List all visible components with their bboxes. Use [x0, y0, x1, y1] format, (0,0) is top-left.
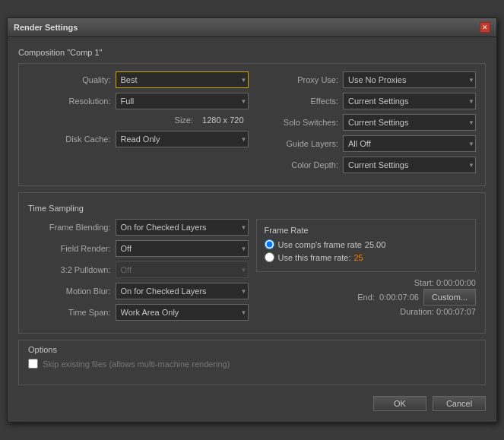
- frame-rate-box: Frame Rate Use comp's frame rate 25.00 U…: [256, 219, 477, 272]
- time-span-label: Time Span:: [50, 308, 111, 317]
- quality-select[interactable]: Best Draft Wireframe: [116, 71, 249, 88]
- guide-layers-select-wrap: All Off Current Settings ▼: [343, 135, 476, 152]
- motion-blur-select[interactable]: On for Checked Layers Off On for All: [116, 283, 249, 299]
- field-render-select-wrap: Off Upper Field First Lower Field First …: [116, 240, 249, 257]
- start-row: Start: 0:00:00:00: [256, 278, 477, 287]
- resolution-label: Resolution:: [50, 97, 111, 106]
- left-column: Quality: Best Draft Wireframe ▼ Resol: [28, 71, 249, 178]
- skip-files-label: Skip existing files (allows multi-machin…: [43, 359, 230, 369]
- effects-label: Effects:: [270, 97, 338, 106]
- main-settings-columns: Quality: Best Draft Wireframe ▼ Resol: [28, 71, 476, 178]
- main-settings-section: Quality: Best Draft Wireframe ▼ Resol: [18, 63, 486, 186]
- motion-blur-label: Motion Blur:: [50, 286, 111, 296]
- pulldown-row: 3:2 Pulldown: Off ▼: [28, 261, 249, 278]
- frame-blending-row: Frame Blending: On for Checked Layers Of…: [28, 219, 249, 236]
- time-sampling-label: Time Sampling: [28, 204, 476, 213]
- radio1-label: Use comp's frame rate: [278, 240, 362, 249]
- start-value: 0:00:00:00: [436, 278, 476, 287]
- guide-layers-row: Guide Layers: All Off Current Settings ▼: [256, 135, 477, 152]
- end-value: 0:00:07:06: [379, 293, 419, 302]
- field-render-row: Field Render: Off Upper Field First Lowe…: [28, 240, 249, 257]
- pulldown-select-wrap: Off ▼: [116, 261, 249, 278]
- proxy-use-label: Proxy Use:: [270, 75, 338, 84]
- skip-files-checkbox[interactable]: [28, 359, 38, 369]
- options-header: Options: [28, 345, 476, 354]
- pulldown-label: 3:2 Pulldown:: [50, 265, 111, 274]
- quality-label: Quality:: [50, 75, 111, 84]
- radio-comp-framerate[interactable]: [265, 239, 274, 249]
- field-render-label: Field Render:: [50, 244, 111, 253]
- disk-cache-label: Disk Cache:: [50, 135, 111, 144]
- radio-custom-framerate[interactable]: [265, 252, 274, 262]
- time-sampling-section: Time Sampling Frame Blending: On for Che…: [18, 192, 486, 334]
- dialog-title: Render Settings: [14, 23, 78, 32]
- disk-cache-select-wrap: Read Only Current Settings Off ▼: [116, 131, 249, 147]
- radio1-row: Use comp's frame rate 25.00: [265, 239, 468, 249]
- radio2-row: Use this frame rate: 25: [265, 252, 468, 262]
- proxy-use-select[interactable]: Use No Proxies Use All Proxies Current S…: [343, 71, 476, 88]
- quality-row: Quality: Best Draft Wireframe ▼: [28, 71, 249, 88]
- size-row: Size: 1280 x 720: [28, 114, 249, 126]
- end-row: End: 0:00:07:06 Custom...: [256, 289, 477, 305]
- effects-select-wrap: Current Settings All On All Off ▼: [343, 93, 476, 109]
- solo-switches-label: Solo Switches:: [270, 118, 338, 127]
- ok-button[interactable]: OK: [373, 396, 426, 411]
- solo-switches-row: Solo Switches: Current Settings All On A…: [256, 114, 477, 131]
- composition-label: Composition "Comp 1": [18, 48, 486, 57]
- pulldown-arrow-icon: ▼: [241, 267, 247, 274]
- guide-layers-select[interactable]: All Off Current Settings: [343, 135, 476, 152]
- disk-cache-row: Disk Cache: Read Only Current Settings O…: [28, 131, 249, 147]
- size-label: Size:: [132, 116, 193, 125]
- color-depth-select[interactable]: Current Settings 8 bpc 16 bpc 32 bpc: [343, 157, 476, 173]
- options-section: Options Skip existing files (allows mult…: [18, 340, 486, 385]
- cancel-button[interactable]: Cancel: [433, 396, 486, 411]
- color-depth-select-wrap: Current Settings 8 bpc 16 bpc 32 bpc ▼: [343, 157, 476, 173]
- frame-blending-select-wrap: On for Checked Layers Off On for All ▼: [116, 219, 249, 236]
- duration-label: Duration:: [400, 307, 434, 316]
- color-depth-row: Color Depth: Current Settings 8 bpc 16 b…: [256, 157, 477, 173]
- right-column: Proxy Use: Use No Proxies Use All Proxie…: [256, 71, 477, 178]
- disk-cache-select[interactable]: Read Only Current Settings Off: [116, 131, 249, 147]
- effects-select[interactable]: Current Settings All On All Off: [343, 93, 476, 109]
- time-span-row: Time Span: Work Area Only Length of Comp…: [28, 304, 249, 321]
- quality-select-wrap: Best Draft Wireframe ▼: [116, 71, 249, 88]
- ts-left: Frame Blending: On for Checked Layers Of…: [28, 219, 249, 325]
- resolution-select[interactable]: Full Half Quarter Custom: [116, 93, 249, 109]
- frame-blending-select[interactable]: On for Checked Layers Off On for All: [116, 219, 249, 236]
- resolution-select-wrap: Full Half Quarter Custom ▼: [116, 93, 249, 109]
- close-button[interactable]: ✕: [480, 22, 490, 33]
- dialog-body: Composition "Comp 1" Quality: Best Draft…: [8, 37, 496, 422]
- duration-value: 0:00:07:07: [436, 307, 476, 316]
- custom-button[interactable]: Custom...: [423, 289, 476, 305]
- motion-blur-select-wrap: On for Checked Layers Off On for All ▼: [116, 283, 249, 299]
- size-value: 1280 x 720: [198, 114, 248, 126]
- effects-row: Effects: Current Settings All On All Off…: [256, 93, 477, 109]
- button-row: OK Cancel: [18, 391, 486, 414]
- duration-row: Duration: 0:00:07:07: [256, 307, 477, 316]
- radio1-value: 25.00: [365, 240, 386, 249]
- close-icon: ✕: [482, 24, 488, 31]
- proxy-use-row: Proxy Use: Use No Proxies Use All Proxie…: [256, 71, 477, 88]
- time-info: Start: 0:00:00:00 End: 0:00:07:06 Custom…: [256, 278, 477, 316]
- skip-files-row: Skip existing files (allows multi-machin…: [28, 359, 476, 369]
- solo-switches-select-wrap: Current Settings All On All Off ▼: [343, 114, 476, 131]
- start-label: Start:: [414, 278, 434, 287]
- render-settings-dialog: Render Settings ✕ Composition "Comp 1" Q…: [7, 17, 497, 423]
- time-span-select[interactable]: Work Area Only Length of Comp Custom: [116, 304, 249, 321]
- guide-layers-label: Guide Layers:: [270, 139, 338, 148]
- field-render-select[interactable]: Off Upper Field First Lower Field First: [116, 240, 249, 257]
- resolution-row: Resolution: Full Half Quarter Custom ▼: [28, 93, 249, 109]
- radio2-label: Use this frame rate:: [278, 253, 351, 262]
- title-bar: Render Settings ✕: [8, 18, 496, 37]
- motion-blur-row: Motion Blur: On for Checked Layers Off O…: [28, 283, 249, 299]
- end-label: End:: [357, 293, 375, 302]
- ts-right: Frame Rate Use comp's frame rate 25.00 U…: [256, 219, 477, 325]
- pulldown-select: Off: [116, 261, 249, 278]
- solo-switches-select[interactable]: Current Settings All On All Off: [343, 114, 476, 131]
- frame-blending-label: Frame Blending:: [49, 223, 111, 232]
- proxy-use-select-wrap: Use No Proxies Use All Proxies Current S…: [343, 71, 476, 88]
- color-depth-label: Color Depth:: [270, 160, 338, 169]
- frame-rate-title: Frame Rate: [265, 226, 468, 235]
- radio2-value: 25: [353, 253, 363, 262]
- time-span-select-wrap: Work Area Only Length of Comp Custom ▼: [116, 304, 249, 321]
